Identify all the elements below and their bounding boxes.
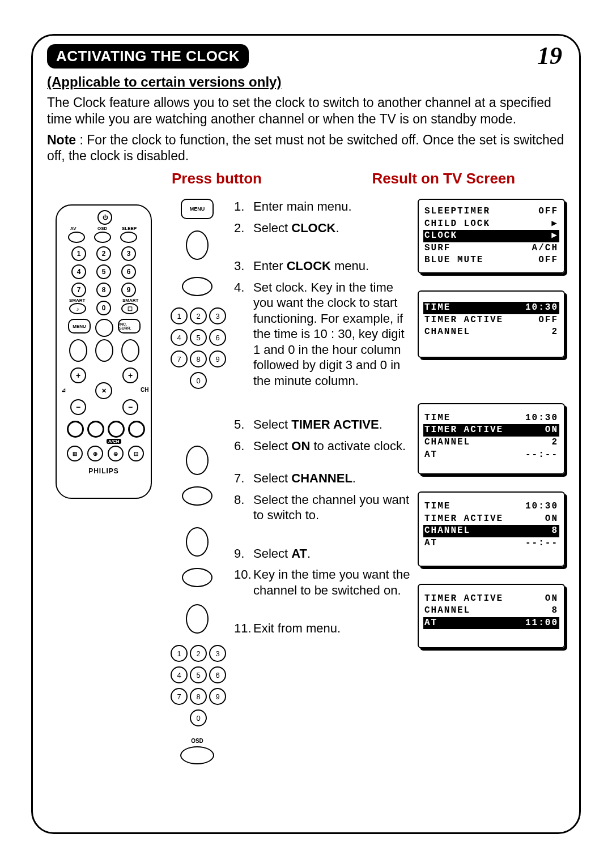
step-text: Select CLOCK. (253, 220, 412, 236)
page-number: 19 (537, 41, 562, 70)
press-nav-up-icon-4 (186, 604, 209, 634)
press-nav-right-icon-2 (182, 486, 212, 506)
steps-column: 1.Enter main menu. 2.Select CLOCK. 3.Ent… (234, 199, 418, 776)
ch-up-button: + (122, 367, 138, 383)
step-num: 1. (234, 199, 253, 215)
step-num: 4. (234, 280, 253, 389)
brand-label: PHILIPS (57, 467, 151, 475)
digit-9: 9 (121, 283, 136, 297)
step-text: Enter CLOCK menu. (253, 258, 412, 274)
osd-label: OSD (97, 226, 107, 231)
press-keypad-icon: 123 456 789 0 (160, 307, 234, 389)
nav-left-button (69, 339, 87, 362)
digit-7: 7 (71, 283, 86, 297)
digit-0: 0 (96, 301, 111, 315)
intro-note: Note : For the clock to function, the se… (47, 132, 565, 165)
step-num: 2. (234, 220, 253, 236)
smart-right-label: SMART (122, 298, 138, 303)
av-label: AV (70, 226, 76, 231)
bottom-btn-2: ⊕ (87, 446, 103, 461)
smart-picture-button: ☐ (121, 303, 138, 314)
note-text: : For the clock to function, the set mus… (47, 132, 564, 164)
step-num: 6. (234, 438, 253, 454)
press-nav-up-icon-3 (186, 527, 209, 557)
step-num: 10. (234, 567, 253, 598)
color-btn-a (67, 421, 84, 438)
tv-screen-2: TIME10:30TIMER ACTIVEOFFCHANNEL2 (418, 290, 565, 358)
nav-up-button (95, 319, 113, 337)
color-btn-d (128, 421, 145, 438)
step-num: 9. (234, 546, 253, 562)
digit-8: 8 (96, 283, 111, 297)
step-text: Select CHANNEL. (253, 471, 412, 486)
digit-1: 1 (71, 246, 86, 261)
result-column: SLEEPTIMEROFFCHILD LOCK▶CLOCK▶SURFA/CHBL… (418, 199, 565, 776)
digit-6: 6 (121, 264, 136, 279)
tv-screen-1: SLEEPTIMEROFFCHILD LOCK▶CLOCK▶SURFA/CHBL… (418, 199, 565, 273)
av-button (68, 232, 85, 243)
step-text: Exit from menu. (253, 621, 412, 636)
press-nav-up-icon-2 (186, 446, 209, 475)
press-nav-right-icon (182, 277, 212, 296)
nav-down-button (95, 339, 113, 362)
ch-label: CH (141, 387, 148, 393)
press-menu-icon: MENU (181, 199, 214, 219)
step-text: Set clock. Key in the time you want the … (253, 280, 412, 389)
tv-screen-4: TIME10:30TIMER ACTIVEONCHANNEL8AT--:-- (418, 491, 565, 566)
press-nav-right-icon-3 (182, 568, 212, 587)
step-num: 8. (234, 492, 253, 523)
step-text: Select AT. (253, 546, 412, 562)
bottom-btn-1: ⊞ (67, 446, 83, 461)
column-header-press: Press button (172, 170, 262, 187)
vol-label: ⊿ (61, 387, 66, 393)
vol-up-button: + (70, 367, 86, 383)
remote-control: ⏻ AV OSD SLEEP 1 2 3 4 5 6 7 8 (56, 204, 152, 499)
step-text: Select ON to activate clock. (253, 438, 412, 454)
power-icon: ⏻ (97, 210, 112, 225)
column-header-result: Result on TV Screen (372, 170, 515, 187)
step-num: 7. (234, 471, 253, 486)
smart-left-label: SMART (69, 298, 85, 303)
nav-right-button (121, 339, 139, 362)
intro-paragraph: The Clock feature allows you to set the … (47, 95, 565, 127)
mute-button: ✕ (95, 382, 112, 399)
tv-screen-5: TIMER ACTIVEONCHANNEL8AT11:00 (418, 584, 565, 649)
inc-surr-button: INC. SURR. (118, 319, 141, 333)
section-title: ACTIVATING THE CLOCK (47, 44, 249, 69)
osd-button (94, 232, 111, 243)
press-osd-icon (180, 746, 214, 764)
vol-down-button: − (70, 399, 86, 415)
color-btn-c (108, 421, 125, 438)
ach-label: A/CH (107, 439, 121, 444)
sleep-label: SLEEP (122, 226, 137, 231)
step-num: 11. (234, 621, 253, 636)
step-text: Select TIMER ACTIVE. (253, 417, 412, 433)
menu-button: MENU (68, 319, 91, 333)
step-text: Enter main menu. (253, 199, 412, 215)
sleep-button (120, 232, 137, 243)
digit-5: 5 (96, 264, 111, 279)
press-button-column: MENU 123 456 789 0 (160, 199, 234, 776)
ch-down-button: − (122, 399, 138, 415)
subtitle: (Applicable to certain versions only) (47, 74, 565, 90)
tv-screen-3: TIME10:30TIMER ACTIVEONCHANNEL2AT--:-- (418, 403, 565, 474)
digit-3: 3 (121, 246, 136, 261)
note-label: Note (47, 132, 76, 147)
press-keypad-icon-2: 123 456 789 0 (160, 645, 234, 726)
bottom-btn-4: ⊡ (128, 446, 144, 461)
digit-4: 4 (71, 264, 86, 279)
color-btn-b (87, 421, 104, 438)
press-nav-up-icon (186, 230, 209, 260)
step-text: Select the channel you want to switch to… (253, 492, 412, 523)
bottom-btn-3: ⊜ (108, 446, 124, 461)
step-text: Key in the time you want the channel to … (253, 567, 412, 598)
press-osd-label: OSD (160, 738, 234, 744)
smart-sound-button: ♪ (69, 303, 86, 314)
step-num: 3. (234, 258, 253, 274)
remote-illustration-column: ⏻ AV OSD SLEEP 1 2 3 4 5 6 7 8 (47, 199, 160, 776)
step-num: 5. (234, 417, 253, 433)
digit-2: 2 (96, 246, 111, 261)
